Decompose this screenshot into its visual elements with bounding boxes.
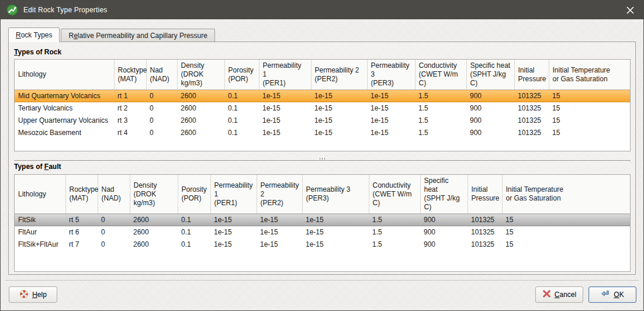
column-header[interactable]: Nad (NAD) (98, 175, 130, 214)
table-cell[interactable]: rt 1 (114, 90, 146, 102)
table-cell[interactable]: 0 (146, 127, 177, 139)
table-cell[interactable]: 0.1 (224, 102, 259, 115)
table-cell[interactable]: 1e-15 (259, 115, 311, 127)
table-cell[interactable]: 101325 (514, 90, 549, 102)
table-cell[interactable]: 1e-15 (210, 214, 257, 226)
column-header[interactable]: Rocktype (MAT) (114, 60, 146, 90)
table-cell[interactable]: 1.5 (369, 226, 420, 239)
table-cell[interactable]: 0.1 (178, 214, 210, 226)
column-header[interactable]: Initial Pressure (468, 175, 502, 214)
table-cell[interactable]: 0.1 (224, 90, 259, 102)
column-header[interactable]: Specific heat (SPHT J/kg C) (466, 60, 514, 90)
table-cell[interactable]: rt 4 (114, 127, 146, 139)
table-cell[interactable]: rt 3 (114, 115, 146, 127)
table-cell[interactable]: 1e-15 (311, 115, 367, 127)
column-header[interactable]: Nad (NAD) (146, 60, 177, 90)
table-cell[interactable]: 101325 (514, 115, 549, 127)
table-cell[interactable]: 1e-15 (257, 214, 302, 226)
table-cell[interactable]: 2600 (177, 90, 224, 102)
table-cell[interactable]: FltSik+FltAur (15, 239, 65, 251)
table-cell[interactable]: 900 (466, 115, 514, 127)
column-header[interactable]: Rocktype (MAT) (65, 175, 98, 214)
table-cell[interactable]: 1e-15 (302, 239, 369, 251)
table-cell[interactable]: 15 (502, 226, 630, 239)
table-cell[interactable]: 101325 (514, 102, 549, 115)
table-cell[interactable]: 0.1 (178, 226, 210, 239)
column-header[interactable]: Permeability 2 (PER2) (311, 60, 367, 90)
table-cell[interactable]: 1e-15 (311, 127, 367, 139)
table-cell[interactable]: Mesozoic Basement (15, 127, 114, 139)
table-cell[interactable]: 0 (146, 102, 177, 115)
table-cell[interactable]: 1e-15 (367, 115, 415, 127)
table-cell[interactable]: 1.5 (415, 127, 466, 139)
table-cell[interactable]: 1e-15 (311, 90, 367, 102)
table-cell[interactable]: 2600 (130, 239, 178, 251)
table-cell[interactable]: 2600 (177, 115, 224, 127)
table-cell[interactable]: Mid Quarternary Volcanics (15, 90, 114, 102)
table-cell[interactable]: 15 (502, 239, 630, 251)
table-cell[interactable]: 2600 (130, 226, 178, 239)
table-cell[interactable]: 1e-15 (367, 127, 415, 139)
table-cell[interactable]: 1e-15 (259, 90, 311, 102)
table-cell[interactable]: 1e-15 (210, 226, 257, 239)
help-button[interactable]: Help (9, 286, 57, 303)
column-header[interactable]: Density (DROK kg/m3) (177, 60, 224, 90)
column-header[interactable]: Initial Pressure (514, 60, 549, 90)
table-cell[interactable]: 900 (420, 226, 468, 239)
column-header[interactable]: Porosity (POR) (224, 60, 259, 90)
table-cell[interactable]: 1e-15 (302, 226, 369, 239)
table-row[interactable]: FltAurrt 6026000.11e-151e-151e-151.59001… (15, 226, 630, 239)
table-cell[interactable]: 900 (420, 239, 468, 251)
table-cell[interactable]: FltSik (15, 214, 65, 226)
table-row[interactable]: FltSikrt 5026000.11e-151e-151e-151.59001… (15, 214, 630, 226)
table-cell[interactable]: 0 (98, 239, 130, 251)
table-cell[interactable]: 15 (549, 90, 630, 102)
table-cell[interactable]: 900 (466, 90, 514, 102)
table-cell[interactable]: 900 (466, 102, 514, 115)
table-cell[interactable]: 1e-15 (259, 102, 311, 115)
table-cell[interactable]: 15 (549, 115, 630, 127)
ok-button[interactable]: OK (588, 286, 636, 303)
table-cell[interactable]: 101325 (468, 226, 502, 239)
table-row[interactable]: Upper Quarternary Volcanicsrt 3026000.11… (15, 115, 630, 127)
table-cell[interactable]: 15 (549, 127, 630, 139)
table-cell[interactable]: 101325 (468, 239, 502, 251)
table-cell[interactable]: 1.5 (415, 102, 466, 115)
table-cell[interactable]: rt 5 (65, 214, 98, 226)
close-icon[interactable] (620, 1, 640, 19)
table-cell[interactable]: 0.1 (224, 115, 259, 127)
column-header[interactable]: Permeability 1 (PER1) (210, 175, 257, 214)
column-header[interactable]: Lithology (15, 175, 65, 214)
table-cell[interactable]: 0 (146, 115, 177, 127)
table-cell[interactable]: FltAur (15, 226, 65, 239)
tab-rock-types[interactable]: Rock Types (8, 27, 60, 42)
table-cell[interactable]: 0 (98, 226, 130, 239)
table-cell[interactable]: 1e-15 (210, 239, 257, 251)
table-cell[interactable]: 2600 (177, 127, 224, 139)
table-row[interactable]: Mesozoic Basementrt 4026000.11e-151e-151… (15, 127, 630, 139)
table-cell[interactable]: 1e-15 (311, 102, 367, 115)
table-cell[interactable]: 1e-15 (367, 102, 415, 115)
table-cell[interactable]: 2600 (130, 214, 178, 226)
table-row[interactable]: Mid Quarternary Volcanicsrt 1026000.11e-… (15, 90, 630, 102)
table-cell[interactable]: 15 (549, 102, 630, 115)
table-splitter-handle[interactable] (14, 157, 631, 161)
column-header[interactable]: Permeability 3 (PER3) (367, 60, 415, 90)
column-header[interactable]: Conductivity (CWET W/m C) (369, 175, 420, 214)
column-header[interactable]: Permeability 2 (PER2) (257, 175, 302, 214)
table-cell[interactable]: 900 (420, 214, 468, 226)
table-cell[interactable]: 900 (466, 127, 514, 139)
table-cell[interactable]: 1e-15 (367, 90, 415, 102)
titlebar[interactable]: Edit Rock Type Properties (1, 1, 643, 19)
table-cell[interactable]: 101325 (514, 127, 549, 139)
column-header[interactable]: Conductivity (CWET W/m C) (415, 60, 466, 90)
table-cell[interactable]: 2600 (177, 102, 224, 115)
table-cell[interactable]: 1.5 (415, 115, 466, 127)
table-cell[interactable]: 1e-15 (257, 226, 302, 239)
column-header[interactable]: Initial Temperature or Gas Saturation (502, 175, 630, 214)
column-header[interactable]: Porosity (POR) (178, 175, 210, 214)
table-cell[interactable]: rt 6 (65, 226, 98, 239)
column-header[interactable]: Initial Temperature or Gas Saturation (549, 60, 630, 90)
table-cell[interactable]: 0.1 (178, 239, 210, 251)
table-cell[interactable]: 0.1 (224, 127, 259, 139)
